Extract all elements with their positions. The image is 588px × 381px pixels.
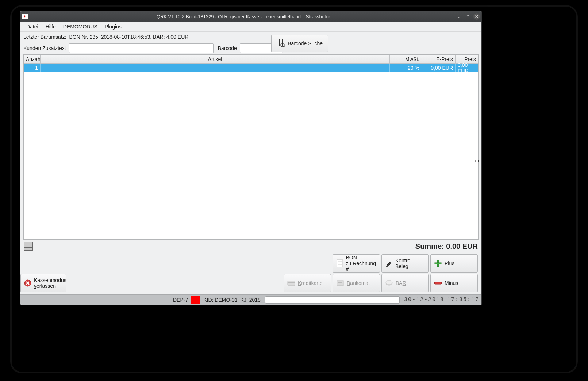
credit-card-icon — [287, 279, 296, 287]
col-epreis[interactable]: E-Preis — [422, 55, 456, 63]
menu-demomodus[interactable]: DEMOMODUS — [59, 23, 101, 31]
col-anzahl[interactable]: Anzahl — [24, 55, 41, 63]
atm-icon — [336, 279, 345, 287]
svg-rect-1 — [278, 39, 278, 46]
svg-rect-14 — [288, 281, 295, 286]
menu-hilfe[interactable]: Hilfe — [42, 23, 59, 31]
progress-bar — [265, 296, 400, 304]
status-date: 30-12-2018 — [404, 297, 444, 303]
items-table: Anzahl Artikel MwSt. E-Preis Preis 1 20 … — [23, 54, 479, 240]
sum-value: 0.00 EUR — [446, 242, 478, 251]
numpad-icon[interactable] — [24, 242, 33, 251]
last-turnover-label: Letzter Barumsatz: — [23, 34, 66, 40]
menu-datei[interactable]: Datei — [23, 23, 42, 31]
last-turnover-value: BON Nr. 235, 2018-08-10T18:46:53, BAR: 4… — [69, 34, 189, 40]
window-title: QRK V1.10.2.Build-181229 - Qt Registrier… — [31, 14, 456, 19]
app-icon: ✦ — [22, 14, 28, 19]
close-icon[interactable] — [473, 13, 480, 20]
customer-extra-input[interactable] — [69, 43, 214, 53]
barcode-label: Barcode — [218, 45, 237, 51]
bon-zu-rechnung-button[interactable]: BON zu Rechnung # — [333, 254, 380, 273]
svg-rect-0 — [277, 39, 277, 46]
plus-label: Plus — [445, 260, 454, 266]
minimize-icon[interactable]: ⌄ — [456, 13, 462, 20]
status-dep: DEP-7 — [173, 297, 188, 303]
bankomat-button[interactable]: Bankomat — [333, 274, 380, 292]
cash-icon — [385, 279, 393, 287]
status-kid: KID: DEMO-01 — [203, 297, 237, 303]
bar-button[interactable]: BAR — [381, 274, 429, 292]
svg-rect-17 — [338, 282, 342, 283]
barcode-search-button[interactable]: Barcode Suche — [271, 35, 328, 52]
svg-rect-3 — [281, 39, 281, 46]
customer-extra-label: Kunden Zusatztext — [23, 45, 66, 51]
kreditkarte-button[interactable]: Kreditkarte — [284, 274, 331, 292]
bon-label-1: BON — [346, 255, 377, 260]
receipt-icon — [336, 259, 344, 268]
cell-anzahl[interactable]: 1 — [24, 64, 41, 72]
cell-artikel[interactable] — [41, 64, 390, 72]
status-indicator — [191, 296, 200, 304]
plus-button[interactable]: Plus — [430, 254, 478, 273]
col-mwst[interactable]: MwSt. — [390, 55, 422, 63]
svg-rect-4 — [282, 39, 283, 46]
svg-rect-8 — [337, 260, 343, 267]
cell-preis[interactable]: 0,00 EUR — [456, 64, 478, 72]
menubar: Datei Hilfe DEMOMODUS Plugins — [20, 22, 481, 32]
svg-rect-20 — [434, 282, 442, 284]
splitter-handle[interactable] — [473, 156, 481, 167]
exit-kassenmodus-button[interactable]: Kassenmodus verlassen — [20, 274, 66, 292]
menu-plugins[interactable]: Plugins — [101, 23, 125, 31]
cell-epreis[interactable]: 0,00 EUR — [422, 64, 456, 72]
minus-icon — [434, 279, 442, 287]
svg-line-7 — [284, 46, 285, 47]
barcode-icon — [277, 39, 285, 48]
plus-icon — [434, 259, 442, 268]
titlebar: ✦ QRK V1.10.2.Build-181229 - Qt Registri… — [20, 11, 481, 22]
svg-rect-2 — [279, 39, 280, 46]
svg-rect-16 — [337, 281, 343, 286]
status-time: 17:35:17 — [447, 297, 479, 303]
cell-mwst[interactable]: 20 % — [390, 64, 422, 72]
status-kj: KJ: 2018 — [241, 297, 261, 303]
table-row[interactable]: 1 20 % 0,00 EUR 0,00 EUR — [24, 64, 478, 72]
svg-point-19 — [386, 280, 392, 285]
exit-label-1: Kassenmodus — [34, 277, 66, 283]
kontroll-beleg-button[interactable]: Kontroll Beleg — [381, 254, 429, 273]
barcode-search-label: arcode Suche — [291, 41, 323, 46]
app-window: ✦ QRK V1.10.2.Build-181229 - Qt Registri… — [20, 11, 482, 305]
maximize-icon[interactable]: ⌃ — [465, 13, 471, 20]
svg-rect-15 — [288, 282, 295, 283]
statusbar: DEP-7 KID: DEMO-01 KJ: 2018 30-12-2018 1… — [20, 294, 481, 305]
col-artikel[interactable]: Artikel — [41, 55, 390, 63]
sum-label: Summe: — [415, 242, 444, 251]
pen-icon — [385, 259, 393, 268]
minus-button[interactable]: Minus — [430, 274, 478, 292]
kontroll-label: Kontroll Beleg — [395, 258, 426, 269]
svg-rect-5 — [284, 39, 284, 46]
svg-rect-13 — [435, 263, 441, 264]
cancel-icon — [24, 279, 32, 287]
table-header: Anzahl Artikel MwSt. E-Preis Preis — [24, 55, 478, 64]
minus-label: Minus — [445, 280, 458, 286]
